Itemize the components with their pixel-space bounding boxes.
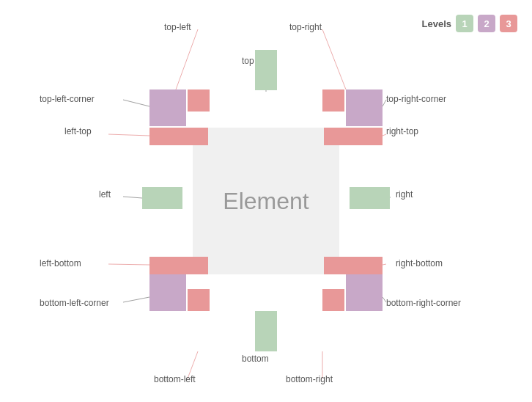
label-left-top: left-top <box>64 126 92 136</box>
svg-line-9 <box>108 264 149 265</box>
svg-line-1 <box>322 29 346 89</box>
left-block <box>142 187 182 209</box>
bottom-block <box>255 311 277 351</box>
label-left: left <box>99 189 111 200</box>
bottom-right-corner-purple-block <box>346 274 383 311</box>
label-top-right: top-right <box>289 22 322 32</box>
svg-line-7 <box>123 197 142 198</box>
label-top-left: top-left <box>164 22 191 32</box>
top-left-corner-pink-block <box>188 89 210 112</box>
label-bottom-left: bottom-left <box>154 374 196 384</box>
label-bottom: bottom <box>242 354 269 364</box>
level-3-badge[interactable]: 3 <box>500 15 517 32</box>
bottom-right-corner-pink-block <box>322 289 344 311</box>
svg-line-5 <box>108 134 149 136</box>
svg-line-11 <box>123 297 149 302</box>
label-right-bottom: right-bottom <box>396 258 443 268</box>
label-top-right-corner: top-right-corner <box>386 94 446 104</box>
right-bottom-pink-block <box>324 257 383 274</box>
diagram-container: Levels 1 2 3 <box>0 0 532 402</box>
label-top-left-corner: top-left-corner <box>40 94 95 104</box>
top-right-corner-pink-block <box>322 89 344 112</box>
label-left-bottom: left-bottom <box>40 258 81 268</box>
levels-legend: Levels 1 2 3 <box>422 15 517 32</box>
label-top: top <box>242 56 254 66</box>
bottom-left-corner-purple-block <box>149 274 186 311</box>
right-block <box>350 187 390 209</box>
label-bottom-right: bottom-right <box>286 374 333 384</box>
svg-line-10 <box>383 264 386 265</box>
label-right: right <box>396 189 413 200</box>
svg-line-3 <box>123 100 149 106</box>
center-element-label: Element <box>223 188 309 215</box>
right-top-pink-block <box>324 128 383 145</box>
label-bottom-right-corner: bottom-right-corner <box>386 298 461 308</box>
levels-label: Levels <box>422 18 451 29</box>
level-2-badge[interactable]: 2 <box>478 15 495 32</box>
label-bottom-left-corner: bottom-left-corner <box>40 298 109 308</box>
level-1-badge[interactable]: 1 <box>456 15 473 32</box>
top-right-corner-purple-block <box>346 89 383 126</box>
label-right-top: right-top <box>386 126 418 136</box>
svg-line-0 <box>176 29 198 89</box>
left-top-pink-block <box>149 128 208 145</box>
center-element: Element <box>193 128 339 274</box>
top-left-corner-purple-block <box>149 89 186 126</box>
left-bottom-pink-block <box>149 257 208 274</box>
top-block <box>255 50 277 90</box>
bottom-left-corner-pink-block <box>188 289 210 311</box>
